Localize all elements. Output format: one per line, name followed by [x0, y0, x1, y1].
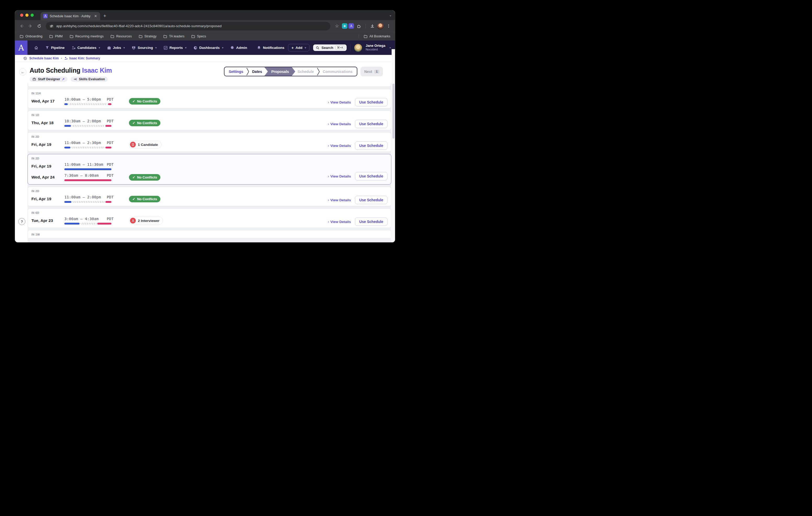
tab-close-icon[interactable]: ✕: [94, 14, 97, 18]
job-tag[interactable]: Staff Designer ↗: [30, 77, 67, 82]
flex-slot-segment: [71, 147, 105, 149]
step-communications[interactable]: Communications: [318, 67, 357, 76]
no-conflicts-badge: ✓ No Conflicts: [129, 174, 161, 181]
bookmark-folder-resources[interactable]: Resources: [110, 34, 132, 38]
proposal-time: 10:00am — 5:00pm: [64, 97, 107, 101]
breadcrumb-summary[interactable]: Isaac Kim: Summary: [64, 57, 100, 60]
url-text[interactable]: app.ashbyhq.com/schedules/9e69ac40-f6af-…: [56, 24, 222, 28]
scrollbar-thumb[interactable]: [393, 84, 395, 139]
global-search[interactable]: Search ⌘+K: [313, 44, 347, 51]
view-details-link[interactable]: ›View Details: [328, 198, 351, 202]
minimize-window-button[interactable]: [25, 13, 29, 17]
new-tab-button[interactable]: +: [103, 13, 106, 19]
nav-label: Sourcing: [138, 46, 153, 50]
bookmark-folder-ta-leaders[interactable]: TA leaders: [163, 34, 184, 38]
tab-title: Schedule Isaac Kim · Ashby: [50, 14, 92, 18]
user-menu[interactable]: Jane Ortega Nocobird: [366, 44, 385, 51]
use-schedule-button[interactable]: Use Schedule: [355, 120, 387, 128]
browser-tab[interactable]: A Schedule Isaac Kim · Ashby ✕: [40, 12, 100, 20]
view-details-link[interactable]: ›View Details: [328, 174, 351, 178]
proposal-timezone: PDT: [107, 217, 114, 221]
search-label: Search: [321, 46, 333, 50]
bookmark-label: Recurring meetings: [75, 34, 104, 38]
use-schedule-button[interactable]: Use Schedule: [355, 196, 387, 204]
bookmark-folder-pmm[interactable]: PMM: [49, 34, 62, 38]
help-button[interactable]: ?: [18, 218, 25, 225]
view-details-link[interactable]: ›View Details: [328, 122, 351, 126]
proposal-timezone: PDT: [107, 119, 114, 123]
all-bookmarks-button[interactable]: All Bookmarks: [359, 34, 390, 38]
breadcrumb-schedule[interactable]: Schedule Isaac Kim: [29, 57, 59, 60]
tab-search-icon[interactable]: ⌄: [389, 13, 392, 17]
next-button[interactable]: Next i: [360, 67, 383, 76]
proposal-card-selected[interactable]: IN 2D Fri, Apr 19 11:00am — 11:30amPDT W…: [27, 154, 392, 185]
proposal-card[interactable]: IN 6D Tue, Apr 23 3:00am — 4:30amPDT: [27, 208, 392, 228]
url-bar[interactable]: app.ashbyhq.com/schedules/9e69ac40-f6af-…: [46, 22, 330, 30]
nav-reports[interactable]: Reports ▾: [161, 44, 190, 52]
nav-label: Jobs: [113, 46, 121, 50]
nav-home[interactable]: [31, 43, 41, 52]
stage-tag[interactable]: Skills Evaluation: [70, 77, 108, 82]
toolbar-divider: [366, 24, 366, 29]
use-schedule-button[interactable]: Use Schedule: [355, 142, 387, 150]
nav-admin[interactable]: Admin: [227, 44, 250, 52]
bookmark-folder-strategy[interactable]: Strategy: [139, 34, 157, 38]
view-details-link[interactable]: ›View Details: [328, 144, 351, 148]
nav-pipeline[interactable]: Pipeline: [42, 44, 67, 52]
user-avatar[interactable]: [354, 44, 362, 52]
site-settings-icon[interactable]: [50, 24, 54, 28]
window-controls[interactable]: [20, 13, 34, 17]
zoom-window-button[interactable]: [31, 13, 34, 17]
browser-menu-icon[interactable]: [384, 22, 393, 30]
page-scrollbar[interactable]: [392, 49, 395, 242]
chevron-down-icon[interactable]: ▾: [389, 46, 391, 49]
badge-label: No Conflicts: [137, 121, 157, 125]
bookmark-star-icon[interactable]: ☆: [333, 22, 341, 30]
nav-dashboards[interactable]: Dashboards ▾: [191, 44, 226, 52]
view-details-link[interactable]: ›View Details: [328, 219, 351, 224]
back-icon[interactable]: [18, 22, 25, 30]
bookmark-folder-specs[interactable]: Specs: [191, 34, 206, 38]
bookmark-folder-onboarding[interactable]: Onboarding: [20, 34, 42, 38]
bookmark-folder-recurring-meetings[interactable]: Recurring meetings: [69, 34, 104, 38]
downloads-icon[interactable]: [368, 22, 376, 30]
forward-icon[interactable]: [26, 22, 34, 30]
browser-toolbar: app.ashbyhq.com/schedules/9e69ac40-f6af-…: [15, 20, 395, 32]
interviewer-conflict-badge[interactable]: 2 Interviewer: [129, 217, 163, 224]
use-schedule-button[interactable]: Use Schedule: [355, 217, 387, 226]
proposal-card[interactable]: IN 11H Wed, Apr 17 10:00am — 5:00pmPDT ✓…: [27, 89, 392, 109]
reload-icon[interactable]: [35, 22, 43, 30]
nav-candidates[interactable]: Candidates ▾: [68, 44, 103, 52]
close-window-button[interactable]: [20, 13, 23, 17]
notifications-button[interactable]: Notifications: [257, 46, 284, 50]
ashby-logo[interactable]: A: [15, 40, 27, 55]
use-schedule-button[interactable]: Use Schedule: [355, 172, 387, 180]
proposal-card-partial[interactable]: IN 1W: [27, 230, 392, 238]
proposal-card[interactable]: IN 1D Thu, Apr 18 10:30am — 2:00pmPDT ✓ …: [27, 111, 392, 130]
add-button[interactable]: + Add ▾: [288, 44, 310, 52]
use-schedule-button[interactable]: Use Schedule: [355, 98, 387, 107]
back-button[interactable]: ←: [19, 68, 26, 75]
nav-jobs[interactable]: Jobs ▾: [104, 44, 128, 52]
step-dates[interactable]: Dates: [248, 67, 267, 76]
availability-bar: [64, 125, 111, 127]
extension-icon-teal[interactable]: ❖: [342, 23, 347, 29]
browser-profile-avatar[interactable]: [377, 23, 383, 29]
proposal-card-above[interactable]: [27, 83, 392, 87]
extension-icon-ashby[interactable]: A: [348, 23, 354, 29]
proposal-date: Fri, Apr 19: [31, 196, 64, 201]
view-details-label: View Details: [330, 144, 351, 148]
step-schedule[interactable]: Schedule: [293, 67, 318, 76]
availability-bar: [64, 179, 111, 181]
extensions-puzzle-icon[interactable]: [355, 22, 363, 30]
nav-label: Reports: [170, 46, 183, 50]
step-settings[interactable]: Settings: [225, 67, 248, 76]
view-details-link[interactable]: ›View Details: [328, 100, 351, 104]
proposal-date: Fri, Apr 19: [31, 164, 64, 169]
proposal-card[interactable]: IN 2D Fri, Apr 19 11:00am — 2:00pmPDT ✓ …: [27, 187, 392, 206]
step-proposals[interactable]: Proposals: [264, 67, 295, 76]
proposal-card[interactable]: IN 2D Fri, Apr 19 11:00am — 2:30pmPDT: [27, 132, 392, 152]
nav-sourcing[interactable]: Sourcing ▾: [129, 44, 160, 52]
proposal-date: Fri, Apr 19: [31, 142, 64, 147]
candidate-conflict-badge[interactable]: 1 Candidate: [129, 141, 162, 149]
